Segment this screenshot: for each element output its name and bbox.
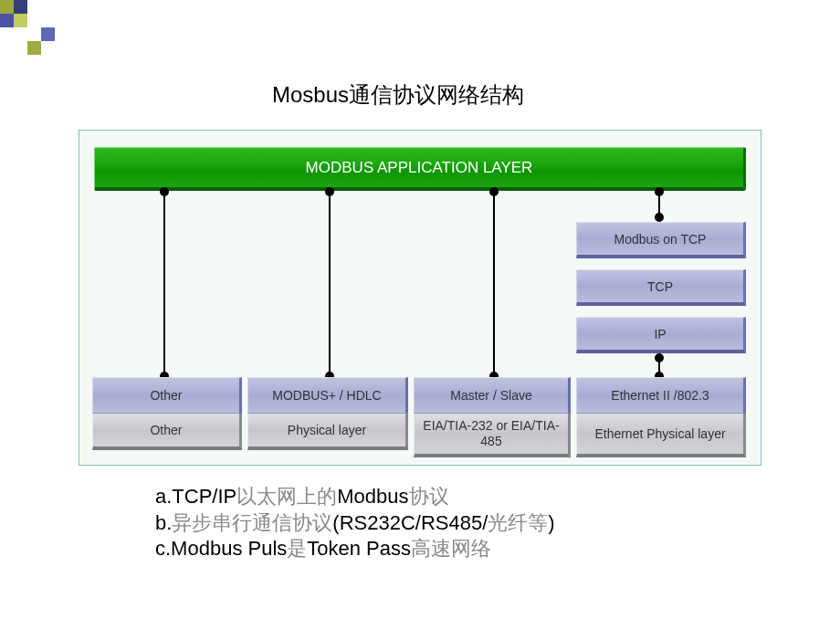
- footnotes: a.TCP/IP以太网上的Modbus协议 b.异步串行通信协议(RS232C/…: [155, 484, 555, 562]
- slide-root: Mosbus通信协议网络结构 MODBUS APPLICATION LAYER …: [0, 0, 840, 630]
- col3-physical: EIA/TIA-232 or EIA/TIA-485: [414, 414, 571, 457]
- connector-line: [163, 193, 165, 377]
- connector-line: [329, 193, 331, 377]
- note-a: a.TCP/IP以太网上的Modbus协议: [155, 484, 555, 510]
- decorative-squares: [0, 0, 55, 55]
- connector-dot: [655, 213, 664, 222]
- col1-protocol: Other: [92, 377, 242, 414]
- connector-line: [493, 193, 495, 377]
- tcp-box: TCP: [576, 269, 746, 306]
- col2-protocol: MODBUS+ / HDLC: [247, 377, 408, 414]
- application-layer-box: MODBUS APPLICATION LAYER: [94, 147, 746, 191]
- ip-box: IP: [576, 317, 746, 353]
- col4-protocol: Ethernet II /802.3: [576, 377, 746, 414]
- modbus-on-tcp-box: Modbus on TCP: [576, 222, 746, 258]
- network-diagram: MODBUS APPLICATION LAYER Modbus on TCP T…: [79, 130, 761, 466]
- col2-physical: Physical layer: [247, 414, 408, 450]
- col1-physical: Other: [92, 414, 242, 450]
- col3-protocol: Master / Slave: [414, 377, 571, 414]
- note-b: b.异步串行通信协议(RS232C/RS485/光纤等): [155, 510, 555, 537]
- col4-physical: Ethernet Physical layer: [576, 414, 746, 457]
- diagram-title: Mosbus通信协议网络结构: [272, 80, 524, 110]
- note-c: c.Modbus Puls是Token Pass高速网络: [155, 536, 555, 562]
